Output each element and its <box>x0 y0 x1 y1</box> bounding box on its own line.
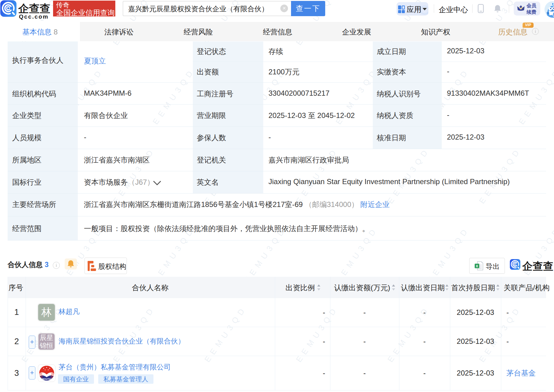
svg-text:MOUTAI: MOUTAI <box>42 378 52 380</box>
svg-text:X: X <box>476 264 478 268</box>
